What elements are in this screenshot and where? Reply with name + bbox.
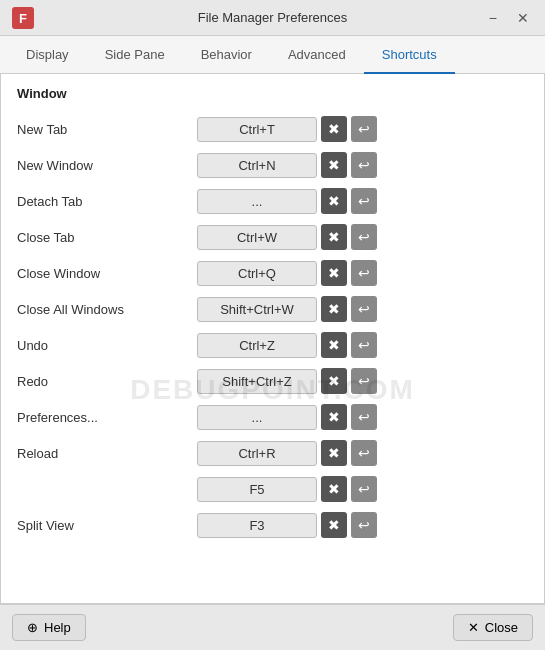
window-title: File Manager Preferences	[198, 10, 348, 25]
window-controls: − ✕	[485, 8, 533, 28]
reset-shortcut-button[interactable]: ↩	[351, 224, 377, 250]
tab-advanced[interactable]: Advanced	[270, 37, 364, 74]
reset-shortcut-button[interactable]: ↩	[351, 332, 377, 358]
clear-shortcut-button[interactable]: ✖	[321, 404, 347, 430]
shortcut-key-button[interactable]: Ctrl+R	[197, 441, 317, 466]
app-icon: F	[12, 7, 34, 29]
shortcut-row: New TabCtrl+T✖↩	[17, 111, 528, 147]
close-dialog-button[interactable]: ✕ Close	[453, 614, 533, 641]
shortcut-label: Redo	[17, 374, 197, 389]
shortcut-row: Split ViewF3✖↩	[17, 507, 528, 543]
shortcut-row: RedoShift+Ctrl+Z✖↩	[17, 363, 528, 399]
reset-shortcut-button[interactable]: ↩	[351, 116, 377, 142]
title-bar-left: F	[12, 7, 34, 29]
shortcut-label: Close All Windows	[17, 302, 197, 317]
shortcut-label: Close Window	[17, 266, 197, 281]
clear-shortcut-button[interactable]: ✖	[321, 512, 347, 538]
content-container: Window New TabCtrl+T✖↩New WindowCtrl+N✖↩…	[1, 74, 544, 603]
reset-shortcut-button[interactable]: ↩	[351, 440, 377, 466]
shortcut-controls: Ctrl+W✖↩	[197, 224, 377, 250]
clear-shortcut-button[interactable]: ✖	[321, 152, 347, 178]
clear-shortcut-button[interactable]: ✖	[321, 368, 347, 394]
shortcut-label: Detach Tab	[17, 194, 197, 209]
clear-shortcut-button[interactable]: ✖	[321, 440, 347, 466]
reset-shortcut-button[interactable]: ↩	[351, 188, 377, 214]
shortcut-controls: Ctrl+T✖↩	[197, 116, 377, 142]
shortcut-controls: Ctrl+N✖↩	[197, 152, 377, 178]
close-icon: ✕	[468, 620, 479, 635]
shortcuts-list: New TabCtrl+T✖↩New WindowCtrl+N✖↩Detach …	[1, 107, 544, 603]
reset-shortcut-button[interactable]: ↩	[351, 296, 377, 322]
reset-shortcut-button[interactable]: ↩	[351, 512, 377, 538]
tab-shortcuts[interactable]: Shortcuts	[364, 37, 455, 74]
shortcut-label: Undo	[17, 338, 197, 353]
clear-shortcut-button[interactable]: ✖	[321, 296, 347, 322]
reset-shortcut-button[interactable]: ↩	[351, 404, 377, 430]
shortcut-row: F5✖↩	[17, 471, 528, 507]
shortcut-row: ReloadCtrl+R✖↩	[17, 435, 528, 471]
shortcut-key-button[interactable]: ...	[197, 189, 317, 214]
shortcut-label: New Tab	[17, 122, 197, 137]
clear-shortcut-button[interactable]: ✖	[321, 332, 347, 358]
shortcut-key-button[interactable]: Ctrl+N	[197, 153, 317, 178]
shortcut-controls: ...✖↩	[197, 404, 377, 430]
clear-shortcut-button[interactable]: ✖	[321, 260, 347, 286]
help-button[interactable]: ⊕ Help	[12, 614, 86, 641]
shortcut-row: UndoCtrl+Z✖↩	[17, 327, 528, 363]
reset-shortcut-button[interactable]: ↩	[351, 476, 377, 502]
shortcut-controls: Shift+Ctrl+Z✖↩	[197, 368, 377, 394]
shortcut-label: New Window	[17, 158, 197, 173]
reset-shortcut-button[interactable]: ↩	[351, 260, 377, 286]
shortcut-controls: F3✖↩	[197, 512, 377, 538]
shortcut-label: Split View	[17, 518, 197, 533]
shortcut-label: Close Tab	[17, 230, 197, 245]
shortcut-key-button[interactable]: Ctrl+Q	[197, 261, 317, 286]
help-label: Help	[44, 620, 71, 635]
clear-shortcut-button[interactable]: ✖	[321, 188, 347, 214]
tab-side-pane[interactable]: Side Pane	[87, 37, 183, 74]
shortcut-key-button[interactable]: F5	[197, 477, 317, 502]
shortcut-row: Close WindowCtrl+Q✖↩	[17, 255, 528, 291]
shortcut-key-button[interactable]: F3	[197, 513, 317, 538]
help-icon: ⊕	[27, 620, 38, 635]
shortcut-controls: ...✖↩	[197, 188, 377, 214]
shortcut-row: New WindowCtrl+N✖↩	[17, 147, 528, 183]
shortcut-key-button[interactable]: ...	[197, 405, 317, 430]
close-label: Close	[485, 620, 518, 635]
shortcut-label: Preferences...	[17, 410, 197, 425]
close-window-button[interactable]: ✕	[513, 8, 533, 28]
tabs-bar: Display Side Pane Behavior Advanced Shor…	[0, 36, 545, 74]
shortcut-key-button[interactable]: Shift+Ctrl+W	[197, 297, 317, 322]
shortcut-row: Close All WindowsShift+Ctrl+W✖↩	[17, 291, 528, 327]
tab-behavior[interactable]: Behavior	[183, 37, 270, 74]
shortcut-key-button[interactable]: Ctrl+W	[197, 225, 317, 250]
shortcut-key-button[interactable]: Shift+Ctrl+Z	[197, 369, 317, 394]
main-content: Window New TabCtrl+T✖↩New WindowCtrl+N✖↩…	[0, 74, 545, 604]
shortcut-controls: Ctrl+R✖↩	[197, 440, 377, 466]
clear-shortcut-button[interactable]: ✖	[321, 116, 347, 142]
shortcut-key-button[interactable]: Ctrl+T	[197, 117, 317, 142]
shortcut-key-button[interactable]: Ctrl+Z	[197, 333, 317, 358]
shortcut-row: Preferences......✖↩	[17, 399, 528, 435]
title-bar: F File Manager Preferences − ✕	[0, 0, 545, 36]
bottom-bar: ⊕ Help ✕ Close	[0, 604, 545, 650]
tab-display[interactable]: Display	[8, 37, 87, 74]
reset-shortcut-button[interactable]: ↩	[351, 152, 377, 178]
minimize-button[interactable]: −	[485, 8, 501, 28]
shortcut-controls: F5✖↩	[197, 476, 377, 502]
shortcut-row: Detach Tab...✖↩	[17, 183, 528, 219]
reset-shortcut-button[interactable]: ↩	[351, 368, 377, 394]
clear-shortcut-button[interactable]: ✖	[321, 476, 347, 502]
shortcut-label: Reload	[17, 446, 197, 461]
shortcut-row: Close TabCtrl+W✖↩	[17, 219, 528, 255]
shortcut-controls: Shift+Ctrl+W✖↩	[197, 296, 377, 322]
shortcut-controls: Ctrl+Z✖↩	[197, 332, 377, 358]
section-title: Window	[1, 74, 544, 107]
shortcut-controls: Ctrl+Q✖↩	[197, 260, 377, 286]
svg-text:F: F	[19, 11, 27, 26]
clear-shortcut-button[interactable]: ✖	[321, 224, 347, 250]
